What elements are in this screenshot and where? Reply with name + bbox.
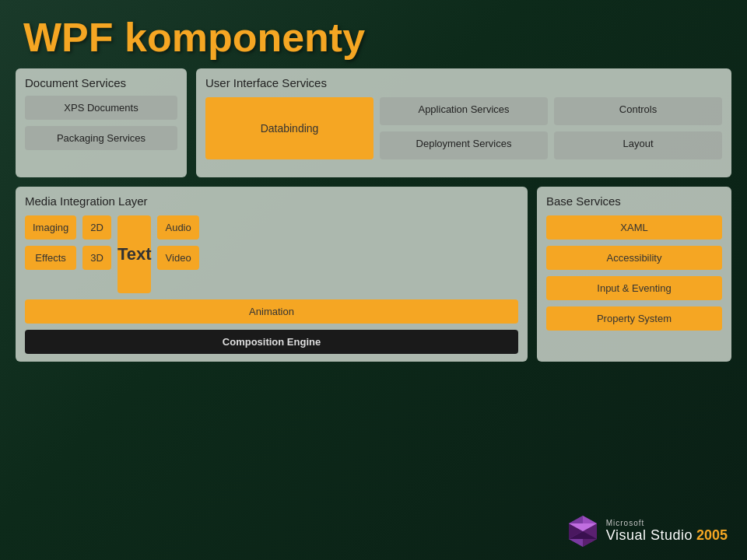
packaging-services-box[interactable]: Packaging Services bbox=[25, 126, 177, 150]
vs-name-label: Visual Studio bbox=[606, 527, 693, 544]
video-box[interactable]: Video bbox=[157, 246, 198, 270]
media-layer-panel: Media Integration Layer Imaging Effects … bbox=[16, 187, 528, 362]
imaging-box[interactable]: Imaging bbox=[25, 215, 76, 240]
ui-services-title: User Interface Services bbox=[205, 76, 722, 89]
vs-text-area: Microsoft Visual Studio 2005 bbox=[606, 519, 728, 544]
2d-box[interactable]: 2D bbox=[82, 215, 111, 240]
vs-logo: Microsoft Visual Studio 2005 bbox=[566, 514, 728, 548]
audio-box[interactable]: Audio bbox=[157, 215, 198, 240]
controls-box[interactable]: Controls bbox=[554, 97, 722, 125]
page-title: WPF komponenty bbox=[0, 0, 747, 68]
text-box[interactable]: Text bbox=[117, 215, 152, 293]
vs-microsoft-label: Microsoft bbox=[606, 519, 645, 527]
ui-services-panel: User Interface Services Application Serv… bbox=[196, 68, 731, 177]
xaml-box[interactable]: XAML bbox=[546, 215, 722, 240]
databinding-box[interactable]: Databinding bbox=[205, 97, 374, 159]
base-services-panel: Base Services XAML Accessibility Input &… bbox=[537, 187, 731, 362]
base-services-title: Base Services bbox=[546, 194, 722, 208]
document-services-panel: Document Services XPS Documents Packagin… bbox=[16, 68, 187, 177]
media-layer-title: Media Integration Layer bbox=[25, 194, 518, 208]
document-services-title: Document Services bbox=[25, 76, 177, 89]
composition-bar: Composition Engine bbox=[25, 330, 518, 354]
vs-year-label: 2005 bbox=[696, 527, 728, 544]
layout-box[interactable]: Layout bbox=[554, 131, 722, 159]
deployment-services-box[interactable]: Deployment Services bbox=[380, 131, 548, 159]
effects-box[interactable]: Effects bbox=[25, 246, 76, 270]
animation-bar[interactable]: Animation bbox=[25, 299, 518, 324]
accessibility-box[interactable]: Accessibility bbox=[546, 246, 722, 270]
property-system-box[interactable]: Property System bbox=[546, 306, 722, 331]
app-services-box[interactable]: Application Services bbox=[380, 97, 548, 125]
3d-box[interactable]: 3D bbox=[82, 246, 111, 270]
vs-gem-icon bbox=[566, 514, 600, 548]
xps-documents-box[interactable]: XPS Documents bbox=[25, 96, 177, 120]
input-eventing-box[interactable]: Input & Eventing bbox=[546, 276, 722, 300]
